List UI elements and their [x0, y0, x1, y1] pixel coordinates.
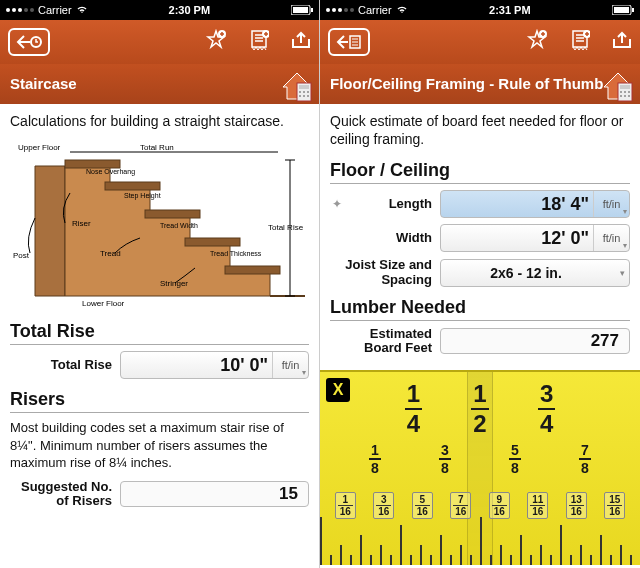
- add-field-icon[interactable]: ✦: [332, 197, 342, 211]
- svg-text:Tread Thickness: Tread Thickness: [210, 250, 262, 257]
- nav-bar: [320, 20, 640, 64]
- nav-bar: [0, 20, 319, 64]
- svg-point-47: [624, 91, 626, 93]
- ruler-quarters-row: 141234: [320, 380, 640, 438]
- svg-text:Riser: Riser: [72, 219, 91, 228]
- length-unit-picker[interactable]: ft/in: [593, 191, 629, 217]
- house-calc-icon: [279, 67, 315, 106]
- wifi-icon: [76, 4, 88, 16]
- svg-rect-16: [105, 182, 160, 190]
- svg-point-11: [307, 91, 309, 93]
- length-input[interactable]: 18' 4" ft/in: [440, 190, 630, 218]
- svg-point-50: [624, 95, 626, 97]
- svg-text:Post: Post: [13, 251, 30, 260]
- svg-point-49: [620, 95, 622, 97]
- status-time: 2:30 PM: [169, 4, 211, 16]
- lumber-heading: Lumber Needed: [330, 293, 630, 321]
- page-title: Floor/Ceiling Framing - Rule of Thumb: [330, 75, 630, 93]
- ruler-eighths-row: 18385878: [320, 442, 640, 476]
- share-icon[interactable]: [612, 31, 632, 54]
- fraction-3-4[interactable]: 34: [538, 380, 555, 438]
- back-button[interactable]: [8, 28, 50, 56]
- svg-text:Lower Floor: Lower Floor: [82, 299, 125, 308]
- carrier-label: Carrier: [358, 4, 392, 16]
- svg-point-10: [303, 91, 305, 93]
- wifi-icon: [396, 4, 408, 16]
- fraction-1-2[interactable]: 12: [471, 380, 488, 438]
- battery-icon: [291, 5, 313, 15]
- screen-staircase: Carrier 2:30 PM Staircase Calculations f…: [0, 0, 320, 568]
- svg-text:Step Height: Step Height: [124, 192, 161, 200]
- description: Quick estimate of board feet needed for …: [330, 112, 630, 148]
- favorite-icon[interactable]: [205, 29, 227, 56]
- svg-text:Total Rise: Total Rise: [268, 223, 304, 232]
- boardfeet-label: Estimated Board Feet: [330, 327, 440, 356]
- list-icon[interactable]: [570, 29, 590, 56]
- svg-rect-45: [620, 85, 630, 89]
- suggested-risers-label: Suggested No. of Risers: [10, 480, 120, 509]
- floor-ceiling-heading: Floor / Ceiling: [330, 156, 630, 184]
- width-label: Width: [330, 231, 440, 245]
- svg-rect-17: [145, 210, 200, 218]
- svg-rect-2: [311, 8, 313, 12]
- share-icon[interactable]: [291, 31, 311, 54]
- status-bar: Carrier 2:31 PM: [320, 0, 640, 20]
- boardfeet-value: 277: [440, 328, 630, 354]
- svg-rect-39: [632, 8, 634, 12]
- staircase-diagram: Upper Floor Total Run Nose Overhang Step…: [10, 138, 310, 308]
- svg-rect-1: [293, 7, 308, 13]
- svg-rect-8: [299, 85, 309, 89]
- svg-point-48: [628, 91, 630, 93]
- content-area: Calculations for building a straight sta…: [0, 104, 319, 522]
- svg-point-14: [307, 95, 309, 97]
- svg-text:Nose Overhang: Nose Overhang: [86, 168, 135, 176]
- width-input[interactable]: 12' 0" ft/in: [440, 224, 630, 252]
- svg-rect-18: [185, 238, 240, 246]
- total-rise-unit-picker[interactable]: ft/in: [272, 352, 308, 378]
- length-label: Length: [330, 197, 440, 211]
- svg-rect-38: [614, 7, 629, 13]
- svg-text:Stringer: Stringer: [160, 279, 188, 288]
- svg-text:Tread Width: Tread Width: [160, 222, 198, 229]
- favorite-icon[interactable]: [526, 29, 548, 56]
- fraction-1-8[interactable]: 18: [369, 442, 381, 476]
- description: Calculations for building a straight sta…: [10, 112, 309, 130]
- svg-text:Upper Floor: Upper Floor: [18, 143, 61, 152]
- svg-point-9: [299, 91, 301, 93]
- screen-framing: Carrier 2:31 PM Floor/Ceiling Framing - …: [320, 0, 640, 568]
- suggested-risers-value: 15: [120, 481, 309, 507]
- risers-note: Most building codes set a maximum stair …: [10, 419, 309, 472]
- fraction-3-8[interactable]: 38: [439, 442, 451, 476]
- fraction-5-8[interactable]: 58: [509, 442, 521, 476]
- svg-text:Total Run: Total Run: [140, 143, 174, 152]
- list-icon[interactable]: [249, 29, 269, 56]
- title-bar: Floor/Ceiling Framing - Rule of Thumb: [320, 64, 640, 104]
- svg-point-13: [303, 95, 305, 97]
- svg-rect-19: [225, 266, 280, 274]
- battery-icon: [612, 5, 634, 15]
- joist-label: Joist Size and Spacing: [330, 258, 440, 287]
- status-time: 2:31 PM: [489, 4, 531, 16]
- svg-rect-15: [65, 160, 120, 168]
- fraction-1-4[interactable]: 14: [405, 380, 422, 438]
- width-unit-picker[interactable]: ft/in: [593, 225, 629, 251]
- svg-point-46: [620, 91, 622, 93]
- carrier-label: Carrier: [38, 4, 72, 16]
- fraction-7-8[interactable]: 78: [579, 442, 591, 476]
- total-rise-heading: Total Rise: [10, 317, 309, 345]
- joist-select[interactable]: 2x6 - 12 in. ▾: [440, 259, 630, 287]
- ruler-ticks: [320, 515, 640, 565]
- svg-point-51: [628, 95, 630, 97]
- page-title: Staircase: [10, 75, 309, 93]
- fraction-ruler-keyboard[interactable]: X 141234 18385878 1163165167169161116131…: [320, 370, 640, 565]
- total-rise-label: Total Rise: [10, 358, 120, 372]
- house-calc-icon: [600, 67, 636, 106]
- back-button[interactable]: [328, 28, 370, 56]
- content-area: Quick estimate of board feet needed for …: [320, 104, 640, 370]
- status-bar: Carrier 2:30 PM: [0, 0, 319, 20]
- risers-heading: Risers: [10, 385, 309, 413]
- title-bar: Staircase: [0, 64, 319, 104]
- total-rise-input[interactable]: 10' 0" ft/in: [120, 351, 309, 379]
- svg-point-12: [299, 95, 301, 97]
